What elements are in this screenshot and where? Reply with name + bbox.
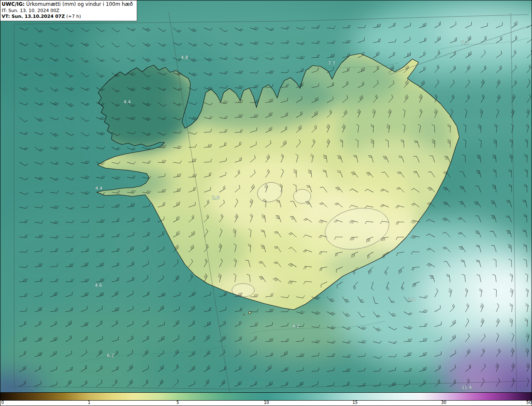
colorbar-tick-label: 50	[526, 400, 532, 405]
colorbar: 01510153050	[0, 392, 532, 406]
contour-label: 7.2	[461, 40, 468, 46]
contour-label: 4.6	[95, 283, 102, 288]
colorbar-tick-label: 10	[264, 400, 269, 405]
colorbar-tick-label: 0	[1, 400, 4, 405]
colorbar-tick-label: 15	[352, 400, 358, 405]
contour-label: 11.4	[462, 385, 472, 390]
colorbar-tick-label: 1	[88, 400, 90, 405]
init-time: IT: Sun. 13. 10. 2024 00Z	[2, 8, 133, 14]
contour-label: 7.7	[328, 61, 335, 66]
contour-label: 4.4	[95, 186, 103, 191]
colorbar-tick-label: 5	[176, 400, 179, 405]
weather-map: 4.87.77.24.44.42.64.26.23.84.611.4	[0, 0, 532, 393]
colorbar-gradient	[0, 392, 532, 401]
contour-label: 4.8	[181, 55, 188, 60]
contour-label: 3.8	[408, 297, 415, 302]
contour-label: 2.6	[212, 195, 219, 201]
valid-time: VT: Sun. 13.10.2024 07Z (+7 h)	[2, 14, 133, 20]
map-title: UWC/IG: Úrkomumætti (mm) og vindur i 100…	[2, 1, 133, 8]
colorbar-tick-label: 30	[441, 400, 446, 405]
contour-label: 6.2	[107, 353, 114, 358]
colorbar-tick-labels: 01510153050	[0, 401, 532, 406]
product-name: Úrkomumætti (mm) og vindur i 100m hæð	[25, 1, 133, 7]
map-title-box: UWC/IG: Úrkomumætti (mm) og vindur i 100…	[0, 0, 137, 21]
contour-label: 4.4	[123, 99, 131, 105]
contour-label: 4.2	[292, 323, 300, 329]
weather-map-viewport: 4.87.77.24.44.42.64.26.23.84.611.4 UWC/I…	[0, 0, 532, 406]
model-name: UWC/IG:	[2, 1, 25, 7]
